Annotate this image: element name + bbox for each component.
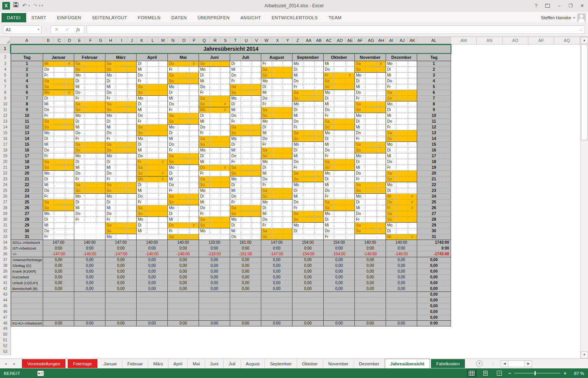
day-flag-cell[interactable] — [408, 67, 417, 73]
day-flag-cell[interactable] — [283, 182, 292, 188]
day-entry-cell[interactable] — [179, 90, 190, 96]
day-flag-cell[interactable] — [408, 125, 417, 130]
weekday-cell[interactable]: Mi — [386, 153, 397, 159]
weekday-cell[interactable]: Mo — [386, 102, 397, 107]
day-number-cell[interactable]: 8 — [417, 102, 451, 107]
day-flag-cell[interactable] — [252, 153, 261, 159]
weekday-cell[interactable]: Do — [230, 153, 241, 159]
day-entry-cell[interactable] — [241, 177, 252, 182]
weekday-cell[interactable]: Sa — [168, 113, 179, 119]
column-header-i[interactable]: I — [116, 37, 127, 45]
day-entry-cell[interactable] — [147, 228, 159, 234]
help-icon[interactable]: ? — [530, 0, 542, 11]
weekday-cell[interactable]: So — [386, 96, 397, 102]
day-flag-cell[interactable] — [96, 159, 105, 165]
summary-empty-cell[interactable] — [230, 309, 261, 315]
weekday-cell[interactable]: Fr — [199, 171, 210, 177]
day-number-cell[interactable]: 4 — [417, 78, 451, 84]
day-flag-cell[interactable] — [221, 228, 230, 234]
column-header-an[interactable]: AN — [477, 37, 503, 45]
summary-total-cell[interactable]: 0,00 — [417, 303, 451, 309]
day-number-cell[interactable]: 14 — [11, 136, 43, 142]
weekday-cell[interactable]: Mo — [105, 194, 116, 200]
day-number-cell[interactable]: 30 — [11, 228, 43, 234]
weekday-cell[interactable]: Do — [261, 177, 272, 182]
column-header-ao[interactable]: AO — [503, 37, 528, 45]
weekday-cell[interactable]: Mi — [292, 153, 303, 159]
day-entry-cell[interactable] — [85, 113, 96, 119]
day-flag-cell[interactable] — [65, 223, 74, 228]
day-entry-cell[interactable] — [85, 177, 96, 182]
weekday-cell[interactable]: Sa — [292, 90, 303, 96]
day-entry-cell[interactable] — [210, 205, 221, 211]
row-header-45[interactable]: 45 — [0, 303, 11, 309]
sheet-tab-dezember[interactable]: Dezember — [354, 359, 385, 368]
day-entry-cell[interactable] — [54, 119, 65, 125]
weekday-cell[interactable]: Do — [105, 130, 116, 136]
day-flag-cell[interactable] — [408, 148, 417, 153]
weekday-cell[interactable]: Di — [386, 148, 397, 153]
day-flag-cell[interactable] — [408, 159, 417, 165]
day-flag-cell[interactable] — [346, 90, 355, 96]
summary-value-cell[interactable]: 0,00 — [74, 269, 105, 275]
day-flag-cell[interactable] — [314, 107, 324, 113]
weekday-cell[interactable]: Sa — [105, 102, 116, 107]
summary-empty-cell[interactable] — [74, 303, 105, 309]
weekday-cell[interactable]: Di — [137, 182, 147, 188]
summary-value-cell[interactable]: 0,00 — [43, 286, 74, 292]
summary-value-cell[interactable]: 0:00 — [74, 246, 105, 251]
day-flag-cell[interactable] — [190, 125, 199, 130]
row-header-43[interactable]: 43 — [0, 292, 11, 298]
column-header-l[interactable]: L — [147, 37, 159, 45]
day-flag-cell[interactable] — [314, 153, 324, 159]
day-flag-cell[interactable] — [96, 182, 105, 188]
day-flag-cell[interactable] — [127, 177, 137, 182]
weekday-cell[interactable]: Di — [355, 159, 366, 165]
row-header-4[interactable]: 4 — [0, 67, 11, 73]
weekday-cell[interactable]: Mo — [292, 182, 303, 188]
weekday-cell[interactable]: Mi — [386, 194, 397, 200]
day-flag-cell[interactable] — [377, 165, 386, 171]
summary-value-cell[interactable]: 0,00 — [355, 263, 386, 269]
day-entry-cell[interactable] — [54, 159, 65, 165]
row-header-3[interactable]: 3 — [0, 61, 11, 67]
day-number-cell[interactable]: 19 — [417, 165, 451, 171]
day-entry-cell[interactable] — [366, 159, 377, 165]
select-all-corner[interactable] — [0, 37, 11, 45]
weekday-cell[interactable]: Fr — [43, 153, 54, 159]
day-entry-cell[interactable] — [54, 125, 65, 130]
day-flag-cell[interactable] — [65, 67, 74, 73]
summary-value-cell[interactable]: 0:00 — [74, 321, 105, 326]
weekday-cell[interactable]: Di — [137, 223, 147, 228]
column-header-f[interactable]: F — [85, 37, 96, 45]
day-entry-cell[interactable] — [241, 153, 252, 159]
summary-value-cell[interactable]: 0:00 — [261, 246, 292, 251]
weekday-cell[interactable]: Mo — [137, 136, 147, 142]
day-flag-cell[interactable] — [283, 171, 292, 177]
weekday-cell[interactable]: Do — [355, 90, 366, 96]
weekday-cell[interactable]: Do — [324, 228, 334, 234]
day-flag-cell[interactable] — [408, 96, 417, 102]
day-flag-cell[interactable] — [283, 200, 292, 205]
day-number-cell[interactable]: 6 — [11, 90, 43, 96]
summary-value-cell[interactable]: 0,00 — [105, 257, 137, 263]
column-header-n[interactable]: N — [168, 37, 179, 45]
column-header-ad[interactable]: AD — [334, 37, 346, 45]
empty-day-cell[interactable] — [147, 234, 159, 240]
day-entry-cell[interactable] — [116, 148, 127, 153]
day-flag-cell[interactable] — [159, 102, 168, 107]
day-flag-cell[interactable] — [159, 130, 168, 136]
weekday-cell[interactable]: Mo — [261, 200, 272, 205]
day-entry-cell[interactable] — [85, 165, 96, 171]
weekday-cell[interactable]: Di — [386, 107, 397, 113]
summary-value-cell[interactable]: 0,00 — [355, 275, 386, 280]
day-entry-cell[interactable] — [272, 78, 283, 84]
weekday-cell[interactable]: Sa — [168, 194, 179, 200]
weekday-cell[interactable]: Sa — [355, 142, 366, 148]
summary-empty-cell[interactable] — [261, 292, 292, 298]
day-flag-cell[interactable] — [314, 102, 324, 107]
day-entry-cell[interactable] — [303, 84, 314, 90]
weekday-cell[interactable]: Fr — [105, 136, 116, 142]
day-flag-cell[interactable] — [127, 125, 137, 130]
day-flag-cell[interactable] — [408, 130, 417, 136]
